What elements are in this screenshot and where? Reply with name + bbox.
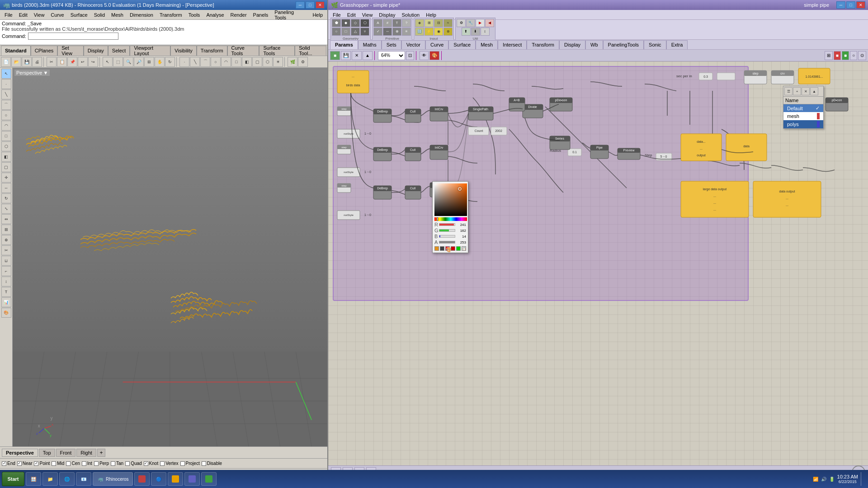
side-rotate-btn[interactable]: ↻ bbox=[1, 193, 11, 203]
vp-tab-right[interactable]: Right bbox=[76, 449, 96, 457]
gh-btn-geo1[interactable]: ⬟ bbox=[332, 19, 341, 27]
tb-grasshopper[interactable]: 🌿 bbox=[288, 57, 297, 67]
gh-btn-prim2[interactable]: # bbox=[383, 19, 392, 27]
gh-minimize-btn[interactable]: ─ bbox=[836, 1, 845, 9]
rhino-menu-panels[interactable]: Panels bbox=[250, 11, 271, 19]
tab-setview[interactable]: Set View bbox=[57, 46, 84, 56]
snap-disable[interactable]: Disable bbox=[202, 461, 222, 466]
side-boolean-btn[interactable]: ⊕ bbox=[1, 235, 11, 245]
gh-btn-geo3[interactable]: ◇ bbox=[351, 19, 360, 27]
start-button[interactable]: Start bbox=[2, 472, 24, 486]
gh-canvas-btn-green[interactable]: ■ bbox=[330, 51, 340, 60]
tb-zoom-ext[interactable]: ⊞ bbox=[144, 57, 154, 67]
tab-solid-tool[interactable]: Solid Tool... bbox=[295, 46, 326, 56]
rhino-menu-tools[interactable]: Tools bbox=[186, 11, 203, 19]
tb-save[interactable]: 💾 bbox=[22, 57, 32, 67]
snap-perp[interactable]: Perp bbox=[94, 461, 109, 466]
gh-tab-sets[interactable]: Sets bbox=[382, 40, 401, 49]
tab-surface-tools[interactable]: Surface Tools bbox=[259, 46, 295, 56]
swatch-copy[interactable]: 📋 bbox=[462, 246, 466, 251]
taskbar-item-explorer[interactable]: 📁 bbox=[42, 472, 58, 486]
gh-canvas-btn-close[interactable]: ✕ bbox=[352, 51, 362, 60]
rhino-menu-paneling[interactable]: Paneling Tools bbox=[272, 9, 309, 21]
tb-surface[interactable]: ◧ bbox=[242, 57, 252, 67]
rhino-menu-analyse[interactable]: Analyse bbox=[203, 11, 226, 19]
side-fillet-btn[interactable]: ⌐ bbox=[1, 266, 11, 276]
rhino-minimize-btn[interactable]: ─ bbox=[296, 1, 305, 9]
snap-end[interactable]: End bbox=[2, 461, 15, 466]
tb-lasso[interactable]: ⬚ bbox=[113, 57, 123, 67]
color-b-bar[interactable] bbox=[439, 235, 455, 238]
gh-canvas-btn-right4[interactable]: ○ bbox=[850, 51, 857, 60]
gh-btn-input7[interactable]: ◉ bbox=[434, 28, 443, 36]
taskbar-item-app2[interactable] bbox=[168, 472, 183, 486]
tb-polyline[interactable]: ⌒ bbox=[200, 57, 210, 67]
gh-tab-extra[interactable]: Extra bbox=[666, 40, 688, 49]
gh-tab-curve[interactable]: Curve bbox=[425, 40, 448, 49]
rhino-close-btn[interactable]: ✕ bbox=[316, 1, 325, 9]
tb-zoom-out[interactable]: 🔎 bbox=[134, 57, 144, 67]
gh-tab-panelingtools[interactable]: PanelingTools bbox=[603, 40, 644, 49]
gh-tab-wb[interactable]: Wb bbox=[585, 40, 603, 49]
tab-viewport-layout[interactable]: Viewport Layout bbox=[130, 46, 170, 56]
tb-paste[interactable]: 📌 bbox=[67, 57, 77, 67]
gh-canvas-btn-paint[interactable]: 🎨 bbox=[429, 51, 439, 60]
tab-visibility[interactable]: Visibility bbox=[170, 46, 197, 56]
side-array-btn[interactable]: ⊞ bbox=[1, 225, 11, 235]
tb-zoom-in[interactable]: 🔍 bbox=[123, 57, 133, 67]
gh-btn-prim8[interactable]: ≡ bbox=[402, 28, 411, 36]
gh-btn-prim1[interactable]: A bbox=[373, 19, 382, 27]
gh-tab-display[interactable]: Display bbox=[559, 40, 585, 49]
snap-vertex[interactable]: Vertex bbox=[160, 461, 178, 466]
side-poly-btn[interactable]: ⬡ bbox=[1, 141, 11, 151]
side-transform-btn[interactable]: ✛ bbox=[1, 173, 11, 183]
color-picker-popup[interactable]: R 241 G 162 bbox=[432, 181, 468, 253]
gh-btn-prim7[interactable]: ⊕ bbox=[392, 28, 401, 36]
side-mirror-btn[interactable]: ⇔ bbox=[1, 214, 11, 224]
side-scale-btn[interactable]: ⤡ bbox=[1, 204, 11, 214]
tb-line[interactable]: ╲ bbox=[190, 57, 200, 67]
snap-quad[interactable]: Quad bbox=[125, 461, 142, 466]
tab-standard[interactable]: Standard bbox=[1, 46, 31, 56]
snap-point[interactable]: Point bbox=[34, 461, 50, 466]
side-extrude-btn[interactable]: ▢ bbox=[1, 162, 11, 172]
rhino-menu-transform[interactable]: Transform bbox=[157, 11, 185, 19]
gh-btn-util2[interactable]: 🔧 bbox=[466, 19, 475, 27]
gh-canvas-btn-eye[interactable]: 👁 bbox=[420, 51, 429, 60]
tab-transform[interactable]: Transform bbox=[197, 46, 227, 56]
viewport-label-dropdown[interactable]: Perspective ▼ bbox=[14, 70, 50, 76]
taskbar-item-windows[interactable]: 🪟 bbox=[26, 472, 41, 486]
gh-canvas-btn-right3[interactable]: ■ bbox=[842, 51, 849, 60]
color-a-bar[interactable] bbox=[439, 241, 455, 244]
tb-print[interactable]: 🖨 bbox=[32, 57, 42, 67]
side-text-btn[interactable]: T bbox=[1, 287, 11, 297]
gh-canvas-btn-expand[interactable]: ▲ bbox=[363, 51, 373, 60]
taskbar-item-app3[interactable] bbox=[184, 472, 200, 486]
side-analyze-btn[interactable]: 📊 bbox=[1, 297, 11, 307]
vp-tab-perspective[interactable]: Perspective bbox=[2, 449, 38, 457]
gh-tab-maths[interactable]: Maths bbox=[358, 40, 382, 49]
gh-maximize-btn[interactable]: □ bbox=[846, 1, 855, 9]
tb-select[interactable]: ↖ bbox=[103, 57, 113, 67]
taskbar-item-app1[interactable] bbox=[134, 472, 150, 486]
rhino-menu-curve[interactable]: Curve bbox=[48, 11, 66, 19]
taskbar-clock[interactable]: 10:23 AM 6/22/2015 bbox=[837, 474, 858, 484]
taskbar-item-mail[interactable]: 📧 bbox=[76, 472, 91, 486]
side-trim-btn[interactable]: ✂ bbox=[1, 245, 11, 255]
gh-btn-input3[interactable]: ⊟ bbox=[434, 19, 443, 27]
side-point-btn[interactable]: · bbox=[1, 79, 11, 89]
gh-btn-geo4[interactable]: ⬡ bbox=[360, 19, 369, 27]
color-hue-bar[interactable] bbox=[434, 217, 467, 221]
gh-close-btn[interactable]: ✕ bbox=[856, 1, 865, 9]
vp-tab-add-btn[interactable]: + bbox=[97, 449, 105, 457]
tb-rotate[interactable]: ↻ bbox=[165, 57, 175, 67]
taskbar-item-app4[interactable] bbox=[201, 472, 217, 486]
vp-tab-top[interactable]: Top bbox=[39, 449, 55, 457]
taskbar-item-chrome[interactable]: 🔵 bbox=[151, 472, 166, 486]
swatch-green[interactable] bbox=[456, 246, 461, 251]
gh-btn-util6[interactable]: ⬇ bbox=[471, 28, 480, 36]
snap-project[interactable]: Project bbox=[180, 461, 200, 466]
tb-pan[interactable]: ✋ bbox=[155, 57, 165, 67]
gh-btn-util7[interactable]: ↕ bbox=[481, 28, 490, 36]
gh-btn-geo2[interactable]: ◆ bbox=[341, 19, 350, 27]
